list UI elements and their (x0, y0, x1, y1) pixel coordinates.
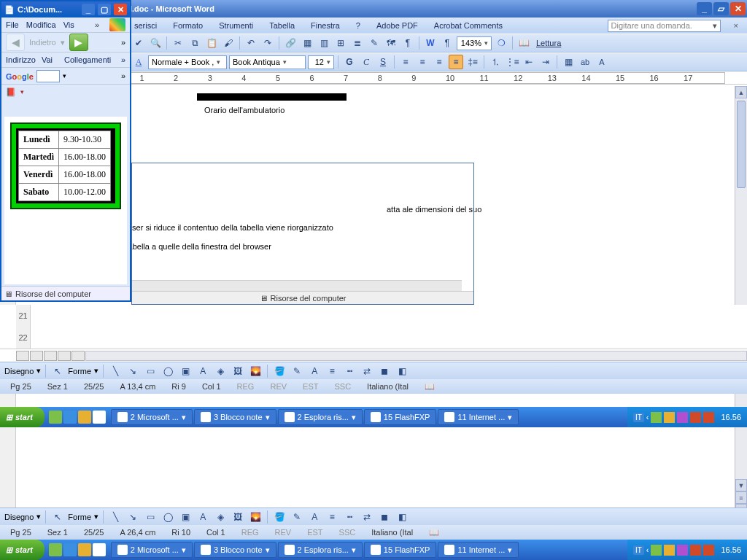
forward-button[interactable]: ▶ (69, 34, 88, 51)
hyperlink-icon[interactable]: 🔗 (283, 36, 298, 50)
vertical-scrollbar[interactable]: ▲ ▼ ≡ ≡ (735, 86, 747, 516)
undo-icon[interactable]: ↶ (244, 36, 258, 50)
styles-pane-icon[interactable]: A (131, 55, 146, 69)
task-explorer[interactable]: 2 Esplora ris...▾ (278, 409, 363, 425)
3d-icon[interactable]: ◧ (395, 510, 409, 524)
italic-button[interactable]: C (359, 55, 374, 69)
ie-menu-edit[interactable]: Modifica (26, 20, 56, 29)
clock[interactable]: 16.56 (716, 545, 741, 554)
drawing-toolbar[interactable]: Disegno▾ ↖ Forme▾ ╲ ↘ ▭ ◯ ▣ A ◈ 🖼 🌄 🪣 ✎ … (0, 508, 747, 525)
drawing-icon[interactable]: ✎ (367, 36, 382, 50)
task-word[interactable]: 2 Microsoft ...▾ (111, 542, 193, 558)
menu-formato[interactable]: Formato (170, 20, 206, 31)
task-explorer[interactable]: 2 Esplora ris...▾ (278, 542, 363, 558)
dash-style-icon[interactable]: ┅ (342, 510, 357, 524)
chevron-right-icon[interactable]: » (121, 71, 125, 80)
oval-icon[interactable]: ◯ (160, 510, 175, 524)
borders-icon[interactable]: ▦ (561, 55, 576, 69)
address-go[interactable]: Vai (42, 55, 53, 64)
ie-menu-file[interactable]: File (6, 20, 19, 29)
insert-table-icon[interactable]: ▥ (317, 36, 331, 50)
task-ie[interactable]: 11 Internet ...▾ (438, 542, 519, 558)
ql-icon[interactable] (93, 411, 106, 424)
shadow-icon[interactable]: ◼ (377, 510, 392, 524)
menu-finestra[interactable]: Finestra (308, 20, 343, 31)
underline-button[interactable]: S (376, 55, 390, 69)
size-select[interactable]: 12▾ (308, 55, 334, 69)
fill-color-icon[interactable]: 🪣 (272, 510, 287, 524)
pdf-icon[interactable]: 📕 (6, 88, 16, 97)
line-spacing-icon[interactable]: ‡≡ (465, 55, 480, 69)
menu-strumenti[interactable]: Strumenti (216, 20, 256, 31)
ask-question-box[interactable]: Digitare una domanda. ▾ (608, 20, 721, 32)
task-notepad[interactable]: 3 Blocco note▾ (194, 542, 276, 558)
task-flashfxp[interactable]: 15 FlashFXP (364, 542, 437, 558)
ie-window[interactable]: 📄 C:\Docum... _ ▢ ✕ File Modifica Vis » … (0, 0, 131, 302)
bold-button[interactable]: G (342, 55, 357, 69)
system-tray[interactable]: IT ‹ 16.56 (627, 540, 747, 560)
ie-menu-view[interactable]: Vis (63, 20, 74, 29)
start-button[interactable]: ⊞start (0, 407, 44, 427)
close-button[interactable]: ✕ (730, 2, 746, 15)
zoom-select[interactable]: 143%▾ (457, 36, 492, 50)
textbox-icon[interactable]: ▣ (178, 510, 193, 524)
ie-nav-toolbar[interactable]: ◀ Indietro ▾ ▶ » (1, 32, 130, 52)
ie-minimize-button[interactable]: _ (82, 4, 95, 15)
ie-titlebar[interactable]: 📄 C:\Docum... _ ▢ ✕ (1, 1, 130, 18)
excel-icon[interactable]: ⊞ (333, 36, 348, 50)
paste-icon[interactable]: 📋 (204, 36, 219, 50)
word-icon[interactable]: W (423, 36, 438, 50)
menu-inserisci[interactable]: serisci (131, 20, 160, 31)
research-icon[interactable]: 🔍 (148, 36, 163, 50)
ql-icon[interactable] (78, 543, 91, 556)
align-center-icon[interactable]: ≡ (415, 55, 430, 69)
bullets-icon[interactable]: ⋮≡ (505, 55, 519, 69)
quick-launch[interactable] (44, 411, 110, 424)
tray-icon[interactable] (690, 412, 701, 423)
scroll-thumb[interactable] (737, 101, 746, 188)
system-tray[interactable]: IT ‹ 16.56 (627, 407, 747, 427)
chevron-right-icon[interactable]: » (95, 20, 99, 29)
language-indicator[interactable]: IT (633, 413, 644, 422)
tray-icon[interactable] (651, 412, 662, 423)
task-ie[interactable]: 11 Internet ...▾ (438, 409, 519, 425)
reading-label[interactable]: Lettura (533, 39, 564, 47)
embedded-h-scroll[interactable] (132, 280, 462, 292)
ql-icon[interactable] (49, 543, 62, 556)
increase-indent-icon[interactable]: ⇥ (538, 55, 553, 69)
menu-acrobat-comments[interactable]: Acrobat Comments (431, 20, 506, 31)
clipart-icon[interactable]: 🖼 (231, 510, 245, 524)
clock[interactable]: 16.56 (716, 413, 741, 421)
ie-extra-toolbar[interactable]: 📕▾ (1, 85, 130, 99)
style-select[interactable]: Normale + Book ,▾ (148, 55, 227, 69)
tray-icon[interactable] (677, 545, 688, 556)
diagram-icon[interactable]: ◈ (213, 510, 228, 524)
tray-icon[interactable] (690, 545, 701, 556)
font-color2-icon[interactable]: A (307, 510, 322, 524)
rect-icon[interactable]: ▭ (143, 510, 158, 524)
google-search-input[interactable] (36, 70, 60, 82)
scroll-up-arrow[interactable]: ▲ (735, 86, 747, 98)
picture-icon[interactable]: 🌄 (248, 510, 263, 524)
justify-icon[interactable]: ≡ (449, 55, 463, 69)
font-color-icon[interactable]: A (595, 55, 609, 69)
select-icon[interactable]: ↖ (50, 510, 65, 524)
tray-icon[interactable] (664, 545, 675, 556)
google-logo-icon[interactable]: Google (6, 71, 34, 82)
spelling-icon[interactable]: ✔ (131, 36, 146, 50)
task-notepad[interactable]: 3 Blocco note▾ (194, 409, 276, 425)
ql-icon[interactable] (78, 411, 91, 424)
highlight-icon[interactable]: ab (578, 55, 592, 69)
ql-icon[interactable] (63, 543, 77, 556)
cut-icon[interactable]: ✂ (171, 36, 185, 50)
quick-launch[interactable] (44, 543, 110, 556)
menu-help[interactable]: ? (353, 20, 363, 31)
task-flashfxp[interactable]: 15 FlashFXP (364, 409, 437, 425)
format-painter-icon[interactable]: 🖌 (221, 36, 236, 50)
copy-icon[interactable]: ⧉ (187, 36, 202, 50)
tray-icon[interactable] (664, 412, 675, 423)
ie-menubar[interactable]: File Modifica Vis » (1, 18, 130, 32)
chevron-right-icon[interactable]: » (121, 55, 125, 64)
autoshapes-menu[interactable]: Forme (68, 513, 91, 521)
tables-borders-icon[interactable]: ▦ (300, 36, 314, 50)
